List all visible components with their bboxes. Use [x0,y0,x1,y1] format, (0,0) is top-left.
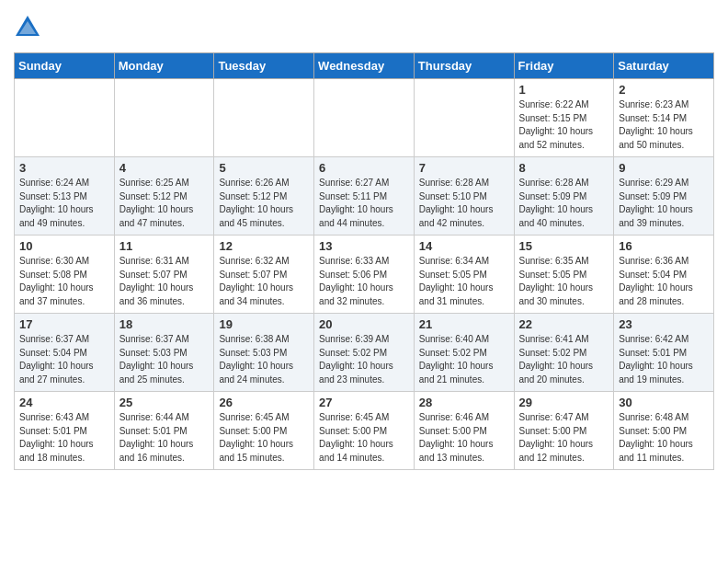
day-info: Sunrise: 6:28 AM Sunset: 5:09 PM Dayligh… [519,177,609,230]
day-number: 14 [419,239,509,253]
day-info: Sunrise: 6:37 AM Sunset: 5:04 PM Dayligh… [19,333,109,386]
day-cell [314,79,415,157]
day-number: 9 [619,161,709,175]
day-info: Sunrise: 6:37 AM Sunset: 5:03 PM Dayligh… [119,333,210,386]
day-cell: 24Sunrise: 6:43 AM Sunset: 5:01 PM Dayli… [15,392,115,470]
day-cell [15,79,115,157]
day-cell: 15Sunrise: 6:35 AM Sunset: 5:05 PM Dayli… [514,236,614,314]
day-info: Sunrise: 6:24 AM Sunset: 5:13 PM Dayligh… [19,177,109,230]
day-number: 22 [519,317,609,331]
day-cell: 7Sunrise: 6:28 AM Sunset: 5:10 PM Daylig… [414,157,514,236]
day-cell: 22Sunrise: 6:41 AM Sunset: 5:02 PM Dayli… [514,314,614,392]
day-number: 23 [619,317,709,331]
logo [14,14,45,41]
day-info: Sunrise: 6:45 AM Sunset: 5:00 PM Dayligh… [319,411,409,465]
day-info: Sunrise: 6:27 AM Sunset: 5:11 PM Dayligh… [319,177,409,230]
day-info: Sunrise: 6:34 AM Sunset: 5:05 PM Dayligh… [419,255,509,308]
day-number: 16 [619,239,709,253]
day-number: 25 [119,396,210,409]
day-info: Sunrise: 6:35 AM Sunset: 5:05 PM Dayligh… [519,255,609,308]
col-header-saturday: Saturday [614,53,714,79]
day-cell [214,79,314,157]
calendar-table: SundayMondayTuesdayWednesdayThursdayFrid… [14,52,714,470]
day-number: 11 [119,239,210,253]
day-cell: 17Sunrise: 6:37 AM Sunset: 5:04 PM Dayli… [15,314,115,392]
day-cell: 23Sunrise: 6:42 AM Sunset: 5:01 PM Dayli… [614,314,714,392]
day-number: 26 [219,396,309,409]
day-info: Sunrise: 6:23 AM Sunset: 5:14 PM Dayligh… [619,98,709,152]
day-info: Sunrise: 6:40 AM Sunset: 5:02 PM Dayligh… [419,333,509,386]
day-cell: 29Sunrise: 6:47 AM Sunset: 5:00 PM Dayli… [514,392,614,470]
col-header-tuesday: Tuesday [214,53,314,79]
day-cell: 18Sunrise: 6:37 AM Sunset: 5:03 PM Dayli… [114,314,214,392]
col-header-wednesday: Wednesday [314,53,415,79]
day-cell: 14Sunrise: 6:34 AM Sunset: 5:05 PM Dayli… [414,236,514,314]
day-number: 29 [519,396,609,409]
day-number: 30 [619,396,709,409]
day-cell: 28Sunrise: 6:46 AM Sunset: 5:00 PM Dayli… [414,392,514,470]
day-number: 8 [519,161,609,175]
col-header-thursday: Thursday [414,53,514,79]
day-cell: 8Sunrise: 6:28 AM Sunset: 5:09 PM Daylig… [514,157,614,236]
day-cell: 2Sunrise: 6:23 AM Sunset: 5:14 PM Daylig… [614,79,714,157]
col-header-monday: Monday [114,53,214,79]
day-number: 7 [419,161,509,175]
day-info: Sunrise: 6:39 AM Sunset: 5:02 PM Dayligh… [319,333,409,386]
week-row-5: 24Sunrise: 6:43 AM Sunset: 5:01 PM Dayli… [15,392,714,470]
day-info: Sunrise: 6:42 AM Sunset: 5:01 PM Dayligh… [619,333,709,386]
day-info: Sunrise: 6:22 AM Sunset: 5:15 PM Dayligh… [519,98,609,152]
day-cell: 10Sunrise: 6:30 AM Sunset: 5:08 PM Dayli… [15,236,115,314]
day-number: 6 [319,161,409,175]
day-number: 20 [319,317,409,331]
day-number: 4 [119,161,210,175]
day-info: Sunrise: 6:25 AM Sunset: 5:12 PM Dayligh… [119,177,210,230]
day-info: Sunrise: 6:38 AM Sunset: 5:03 PM Dayligh… [219,333,309,386]
day-cell: 1Sunrise: 6:22 AM Sunset: 5:15 PM Daylig… [514,79,614,157]
header-row: SundayMondayTuesdayWednesdayThursdayFrid… [15,53,714,79]
day-info: Sunrise: 6:28 AM Sunset: 5:10 PM Dayligh… [419,177,509,230]
day-info: Sunrise: 6:43 AM Sunset: 5:01 PM Dayligh… [19,411,109,465]
day-info: Sunrise: 6:46 AM Sunset: 5:00 PM Dayligh… [419,411,509,465]
day-cell: 9Sunrise: 6:29 AM Sunset: 5:09 PM Daylig… [614,157,714,236]
day-number: 17 [19,317,109,331]
day-info: Sunrise: 6:30 AM Sunset: 5:08 PM Dayligh… [19,255,109,308]
week-row-4: 17Sunrise: 6:37 AM Sunset: 5:04 PM Dayli… [15,314,714,392]
day-number: 15 [519,239,609,253]
col-header-sunday: Sunday [15,53,115,79]
day-number: 18 [119,317,210,331]
day-number: 1 [519,83,609,97]
day-number: 10 [19,239,109,253]
day-info: Sunrise: 6:45 AM Sunset: 5:00 PM Dayligh… [219,411,309,465]
day-info: Sunrise: 6:36 AM Sunset: 5:04 PM Dayligh… [619,255,709,308]
logo-icon [14,14,41,41]
day-info: Sunrise: 6:41 AM Sunset: 5:02 PM Dayligh… [519,333,609,386]
day-cell: 5Sunrise: 6:26 AM Sunset: 5:12 PM Daylig… [214,157,314,236]
day-cell: 6Sunrise: 6:27 AM Sunset: 5:11 PM Daylig… [314,157,415,236]
day-cell: 13Sunrise: 6:33 AM Sunset: 5:06 PM Dayli… [314,236,415,314]
main-container: SundayMondayTuesdayWednesdayThursdayFrid… [0,0,728,479]
day-cell [414,79,514,157]
day-cell: 26Sunrise: 6:45 AM Sunset: 5:00 PM Dayli… [214,392,314,470]
day-number: 28 [419,396,509,409]
day-info: Sunrise: 6:48 AM Sunset: 5:00 PM Dayligh… [619,411,709,465]
day-number: 3 [19,161,109,175]
day-info: Sunrise: 6:29 AM Sunset: 5:09 PM Dayligh… [619,177,709,230]
day-cell: 30Sunrise: 6:48 AM Sunset: 5:00 PM Dayli… [614,392,714,470]
day-info: Sunrise: 6:47 AM Sunset: 5:00 PM Dayligh… [519,411,609,465]
day-number: 21 [419,317,509,331]
day-cell: 27Sunrise: 6:45 AM Sunset: 5:00 PM Dayli… [314,392,415,470]
day-cell: 12Sunrise: 6:32 AM Sunset: 5:07 PM Dayli… [214,236,314,314]
day-cell [114,79,214,157]
day-cell: 4Sunrise: 6:25 AM Sunset: 5:12 PM Daylig… [114,157,214,236]
day-cell: 20Sunrise: 6:39 AM Sunset: 5:02 PM Dayli… [314,314,415,392]
day-cell: 16Sunrise: 6:36 AM Sunset: 5:04 PM Dayli… [614,236,714,314]
day-number: 5 [219,161,309,175]
day-info: Sunrise: 6:26 AM Sunset: 5:12 PM Dayligh… [219,177,309,230]
day-number: 12 [219,239,309,253]
day-cell: 11Sunrise: 6:31 AM Sunset: 5:07 PM Dayli… [114,236,214,314]
day-cell: 19Sunrise: 6:38 AM Sunset: 5:03 PM Dayli… [214,314,314,392]
day-number: 24 [19,396,109,409]
day-cell: 25Sunrise: 6:44 AM Sunset: 5:01 PM Dayli… [114,392,214,470]
day-number: 2 [619,83,709,97]
col-header-friday: Friday [514,53,614,79]
